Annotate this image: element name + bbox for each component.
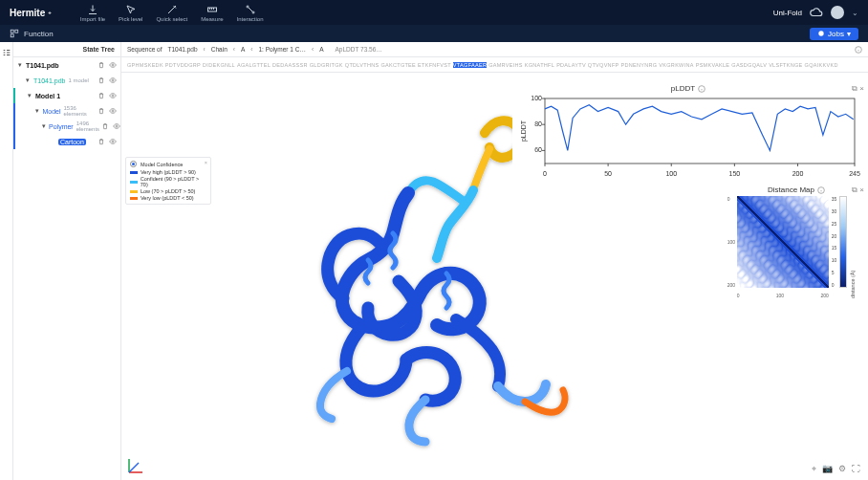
delete-icon[interactable] [98,76,105,84]
axis-gizmo [125,453,148,476]
tool-pick[interactable]: Pick level [119,4,142,22]
legend-item: Very low (pLDDT < 50) [130,195,206,201]
delete-icon[interactable] [98,61,105,69]
svg-text:0: 0 [543,170,547,177]
tool-interaction[interactable]: Interaction [236,4,263,22]
legend-item: Low (70 > pLDDT > 50) [130,188,206,194]
info-icon[interactable] [817,186,825,194]
plddt-title: pLDDT [671,84,695,93]
svg-point-6 [818,31,823,35]
svg-rect-4 [15,30,18,33]
sequence-strip[interactable]: GPHMSKEDKPDTVDDGRPDIDEKGNLLAGALGTTELDEDA… [121,57,868,73]
svg-text:80: 80 [534,120,542,127]
chevron-down-icon: ▾ [847,30,851,38]
reset-icon[interactable]: ⌖ [812,464,816,474]
svg-point-7 [112,64,114,66]
svg-rect-18 [545,98,855,164]
legend-item: Very high (pLDDT > 90) [130,169,206,175]
eye-icon[interactable] [109,76,117,84]
cloud-icon[interactable] [810,6,823,19]
colorbar-label: distance (Å) [850,196,856,298]
delete-icon[interactable] [98,107,105,115]
download-icon [87,4,98,15]
distance-map-title: Distance Map [768,185,814,194]
delete-icon[interactable] [98,138,105,145]
cursor-icon [125,4,137,15]
legend-title: Model Confidence [141,162,183,167]
wand-icon [166,4,178,15]
svg-text:pLDDT: pLDDT [520,120,528,142]
heatmap-y-axis: 0100200 [727,196,735,288]
svg-point-12 [112,141,114,142]
tree-node[interactable]: ▾Model 1536 elements [13,103,120,119]
svg-rect-3 [11,30,13,33]
info-icon[interactable] [855,46,862,54]
function-icon [10,29,19,38]
close-icon[interactable]: × [859,185,864,195]
eye-icon[interactable] [109,61,117,69]
delete-icon[interactable] [101,122,109,130]
tree-node[interactable]: ▾T1041.pdb 1 model [13,73,120,88]
screenshot-icon[interactable]: 📷 [822,464,833,474]
eye-icon[interactable] [113,122,120,130]
info-icon[interactable] [698,85,705,93]
tree-node[interactable]: ▾T1041.pdb [13,57,120,73]
eye-icon[interactable] [109,92,117,99]
svg-point-2 [252,11,254,13]
colorbar [839,196,847,288]
delete-icon[interactable] [98,92,105,99]
colorbar-ticks: 35302520151050 [832,196,837,288]
fullscreen-icon[interactable]: ⛶ [852,464,860,474]
plddt-chart[interactable]: 6080100050100150200245pLDDT [516,93,860,179]
molecule-icon [245,4,256,15]
close-icon[interactable]: × [205,160,207,165]
close-icon[interactable]: × [859,84,864,94]
tree-node[interactable]: ▾Model 1 [13,88,120,103]
svg-text:150: 150 [729,170,741,177]
viewport-controls: ⌖ 📷 ⚙ ⛶ [812,464,860,474]
tree-title: State Tree [13,42,120,57]
distance-map-panel: Distance Map ⧉× 0100200 0100200 35302520… [728,185,864,338]
right-label: Uni-Fold [773,9,802,17]
hierarchy-icon[interactable] [2,48,11,57]
jobs-icon [817,30,825,37]
svg-line-16 [129,463,139,472]
jobs-button[interactable]: Jobs ▾ [810,28,858,40]
settings-icon[interactable]: ⚙ [838,464,846,474]
svg-text:200: 200 [792,170,804,177]
tool-quick[interactable]: Quick select [156,4,187,22]
tool-measure[interactable]: Measure [201,4,223,22]
svg-text:60: 60 [534,146,542,153]
left-rail [0,42,13,480]
eye-icon[interactable] [109,138,117,145]
legend-item: Confident (90 > pLDDT > 70) [130,176,206,187]
viewport[interactable]: Sequence of T1041.pdb‹ Chain‹ A‹ 1: Poly… [121,42,868,480]
tree-node[interactable]: Cartoon [13,134,120,149]
state-tree: ▾T1041.pdb▾T1041.pdb 1 model▾Model 1▾Mod… [13,57,120,480]
distance-heatmap[interactable] [737,196,829,288]
svg-rect-5 [11,34,13,37]
radio-icon[interactable] [130,161,137,167]
svg-text:100: 100 [531,95,542,101]
svg-point-11 [116,125,118,127]
eye-icon[interactable] [109,107,117,115]
svg-text:100: 100 [665,170,677,177]
detach-icon[interactable]: ⧉ [852,185,857,195]
chevron-down-icon[interactable]: ⌄ [852,9,858,17]
tool-import[interactable]: Import file [80,4,105,22]
plddt-panel: pLDDT ⧉× 6080100050100150200245pLDDT [512,84,864,180]
brand: Hermite+ [10,8,52,18]
svg-point-9 [112,95,114,97]
detach-icon[interactable]: ⧉ [852,84,857,94]
brand-text: Hermite [10,8,45,18]
avatar[interactable] [831,6,844,19]
heatmap-x-axis: 0100200 [737,293,829,298]
ruler-icon [206,4,218,15]
svg-point-10 [112,110,114,112]
svg-text:50: 50 [604,170,612,177]
svg-text:245: 245 [849,170,860,177]
function-label[interactable]: Function [24,30,54,38]
legend-panel: × Model Confidence Very high (pLDDT > 90… [125,157,211,205]
svg-point-1 [247,6,249,8]
tree-node[interactable]: ▾Polymer 1496 elements [13,119,120,134]
